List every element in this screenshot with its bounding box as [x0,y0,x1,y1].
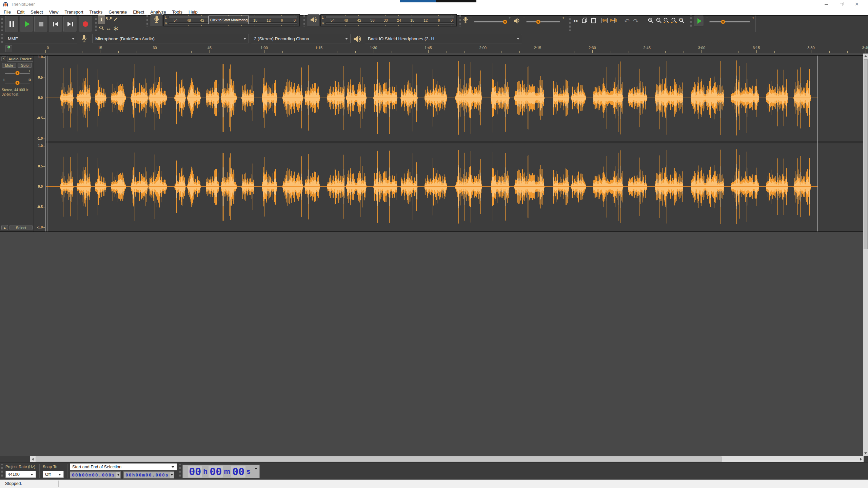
recording-channels-value: 2 (Stereo) Recording Chann [254,36,309,41]
menu-effect[interactable]: Effect [130,9,147,15]
solo-button[interactable]: Solo [18,63,32,68]
record-volume-knob[interactable] [503,20,507,24]
field-dropdown[interactable] [116,472,120,478]
time-toolbar-grip[interactable] [179,464,181,478]
edit-toolbar-grip[interactable] [569,17,571,32]
bigtime-dropdown[interactable] [255,470,257,476]
recording-channels-select[interactable]: 2 (Stereo) Recording Chann [251,34,351,43]
scale-label: 0.5 [34,76,43,79]
v-scrollbar[interactable] [863,54,868,456]
selection-tool-button[interactable]: I [98,15,105,24]
audio-host-value: MME [8,36,18,41]
menu-generate[interactable]: Generate [105,9,130,15]
minimize-button[interactable] [821,1,832,8]
pin-button[interactable] [5,45,12,52]
zoom-in-button[interactable] [646,17,655,25]
v-scroll-thumb[interactable] [864,59,868,249]
scale-label: -1.0 [34,225,43,229]
silence-selection-button[interactable] [609,17,618,25]
draw-tool-button[interactable] [112,15,119,24]
zoom-toggle-button[interactable] [677,17,686,25]
transport-toolbar-grip[interactable] [1,17,3,32]
menu-tracks[interactable]: Tracks [86,9,106,15]
gain-knob[interactable] [15,71,20,75]
track-title: Audio Track [8,57,29,61]
scale-tick [43,118,45,119]
v-scroll-down-arrow[interactable] [863,451,868,456]
track-title-menu[interactable]: Audio Track [7,56,33,62]
play-at-speed-grip[interactable] [690,16,692,27]
meter-tick [425,15,425,16]
mute-button[interactable]: Mute [2,63,16,68]
menu-transport[interactable]: Transport [61,9,86,15]
audio-host-select[interactable]: MME [5,34,77,43]
timeline-tick [519,51,520,53]
playback-meter[interactable]: LR-54-48-42-36-30-24-18-12-60 [320,14,457,26]
undo-button[interactable]: ↶ [623,17,631,25]
record-volume-slider[interactable] [474,21,507,22]
recording-device-select[interactable]: Microphone (DroidCam Audio) [92,34,249,43]
snap-to-select[interactable]: Off [43,471,64,478]
speed-plus: + [752,16,754,20]
playback-volume-knob[interactable] [536,20,540,24]
zoom-tool-button[interactable] [98,24,105,33]
speed-slider[interactable] [709,21,750,22]
v-scroll-up-arrow[interactable] [863,54,868,59]
vertical-scale-ruler[interactable]: 1.00.50.0-0.5-1.01.00.50.0-0.5-1.0 [34,56,45,231]
pause-icon [9,21,14,27]
collapse-track-button[interactable]: ▲ [1,225,8,230]
mixer-speaker-icon [513,17,521,26]
selection-end-field[interactable]: 00h00m00.000s [123,471,174,479]
speed-knob[interactable] [721,20,725,24]
play-meter-grip[interactable] [303,15,305,26]
record-meter-mic-button[interactable] [151,14,163,26]
play-meter-speaker-button[interactable] [308,14,320,26]
cut-button[interactable]: ✂ [571,17,580,25]
trim-outside-selection-button[interactable] [600,17,609,25]
tools-toolbar-grip[interactable] [95,17,97,32]
menu-file[interactable]: File [1,9,14,15]
track-select-button[interactable]: Select [9,225,33,230]
envelope-tool-button[interactable] [105,15,112,24]
menu-edit[interactable]: Edit [14,9,27,15]
selection-mode-select[interactable]: Start and End of Selection [70,463,177,470]
redo-button[interactable]: ↷ [631,17,640,25]
record-meter-grip[interactable] [146,15,148,26]
record-button[interactable] [79,16,92,32]
timeline-ruler[interactable]: 01530451:001:151:301:452:002:152:302:453… [0,44,868,53]
restore-button[interactable] [835,1,847,8]
snap-to-label: Snap-To [43,465,57,469]
meter-tick [228,25,229,26]
waveform-canvas[interactable] [45,56,863,231]
project-rate-select[interactable]: 44100 [5,471,36,478]
h-scroll-thumb[interactable] [36,456,722,462]
play-button[interactable] [20,16,33,32]
h-scroll-right-arrow[interactable] [858,456,864,462]
monitoring-tooltip[interactable]: Click to Start Monitoring [209,16,249,24]
h-scroll-left-arrow[interactable] [30,456,35,462]
multi-tool-button[interactable]: ∗ [112,24,119,33]
time-shift-tool-button[interactable]: ↔ [105,24,112,33]
playback-device-select[interactable]: Back IO Shield Headphones (2- H [365,34,522,43]
copy-button[interactable] [580,17,589,25]
field-dropdown[interactable] [170,472,174,478]
skip-to-start-button[interactable] [49,16,62,32]
paste-button[interactable] [589,17,598,25]
h-scrollbar[interactable] [30,456,864,462]
skip-to-end-button[interactable] [63,16,77,32]
selection-start-field[interactable]: 00h00m00.000s [70,471,121,479]
selection-toolbar-grip[interactable] [1,464,3,478]
pause-button[interactable] [5,16,19,32]
playback-volume-slider[interactable] [526,21,560,22]
pan-knob[interactable] [15,81,20,85]
audio-position-display[interactable]: 00h00m00s [182,465,260,478]
menu-view[interactable]: View [46,9,62,15]
play-at-speed-button[interactable] [694,16,704,26]
mixer-toolbar-grip[interactable] [459,15,461,26]
close-button[interactable]: × [850,0,863,8]
track-close-button[interactable]: × [1,56,6,61]
menu-select[interactable]: Select [27,9,46,15]
recording-device-value: Microphone (DroidCam Audio) [95,36,155,41]
stop-button[interactable] [34,16,48,32]
device-toolbar-grip[interactable] [1,34,3,43]
